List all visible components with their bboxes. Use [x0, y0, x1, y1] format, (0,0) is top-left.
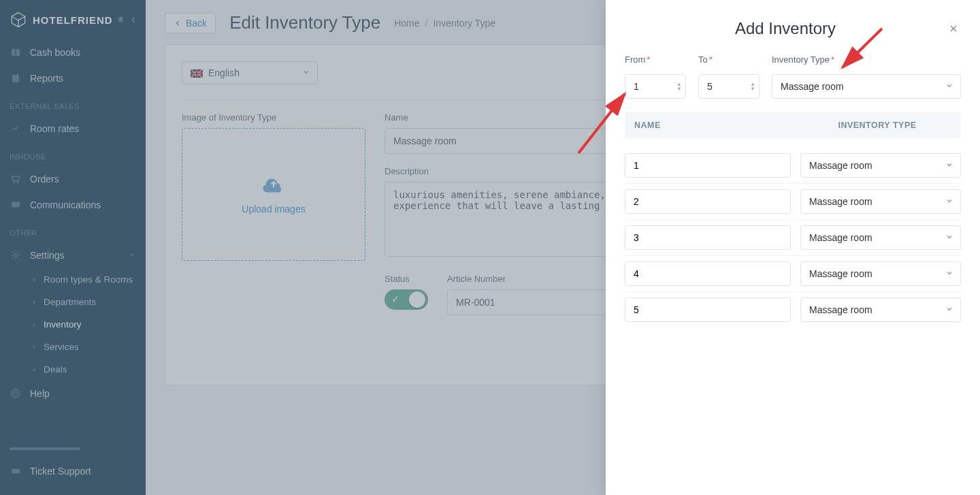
name-column-header: NAME: [634, 121, 803, 130]
type-select[interactable]: Massage room: [772, 74, 961, 99]
add-inventory-panel: Add Inventory From* ▲▼ To* ▲▼ Inventory …: [606, 0, 980, 495]
row-name-input[interactable]: [625, 189, 791, 214]
chevron-down-icon: [945, 161, 953, 171]
type-value: Massage room: [781, 81, 844, 92]
table-header: NAME INVENTORY TYPE: [625, 112, 961, 138]
row-name-input[interactable]: [625, 261, 791, 286]
chevron-down-icon: [945, 197, 953, 207]
inventory-rows: Massage room Massage room Massage room M…: [625, 148, 961, 328]
from-label: From*: [625, 54, 686, 65]
row-name-input[interactable]: [625, 298, 791, 322]
chevron-down-icon: [945, 305, 953, 315]
from-field: From* ▲▼: [625, 54, 686, 99]
type-label: Inventory Type*: [772, 54, 961, 65]
row-type-value: Massage room: [809, 268, 872, 279]
panel-controls: From* ▲▼ To* ▲▼ Inventory Type* Massage …: [625, 54, 961, 99]
chevron-down-icon: [945, 82, 953, 92]
row-type-value: Massage room: [809, 304, 872, 315]
inventory-row: Massage room: [625, 256, 961, 292]
row-type-select[interactable]: Massage room: [800, 261, 961, 286]
type-column-header: INVENTORY TYPE: [803, 121, 951, 130]
inventory-row: Massage room: [625, 220, 961, 256]
chevron-down-icon: [945, 233, 953, 243]
panel-header: Add Inventory: [625, 19, 961, 38]
row-type-select[interactable]: Massage room: [800, 298, 961, 322]
inventory-row: Massage room: [625, 292, 961, 328]
row-name-input[interactable]: [625, 225, 791, 250]
panel-title: Add Inventory: [625, 19, 946, 38]
stepper-icon[interactable]: ▲▼: [676, 82, 682, 91]
row-type-select[interactable]: Massage room: [800, 225, 961, 250]
close-icon: [948, 23, 959, 34]
inventory-row: Massage room: [625, 184, 961, 220]
to-field: To* ▲▼: [698, 54, 760, 99]
row-name-input[interactable]: [625, 153, 791, 178]
stepper-icon[interactable]: ▲▼: [750, 82, 755, 91]
row-type-value: Massage room: [809, 160, 872, 171]
row-type-value: Massage room: [809, 232, 872, 243]
inventory-row: Massage room: [625, 148, 961, 184]
type-field: Inventory Type* Massage room: [772, 54, 961, 99]
chevron-down-icon: [945, 269, 953, 279]
row-type-select[interactable]: Massage room: [800, 189, 961, 214]
row-type-value: Massage room: [809, 196, 872, 207]
to-label: To*: [698, 54, 760, 65]
row-type-select[interactable]: Massage room: [800, 153, 961, 178]
close-button[interactable]: [946, 21, 961, 36]
